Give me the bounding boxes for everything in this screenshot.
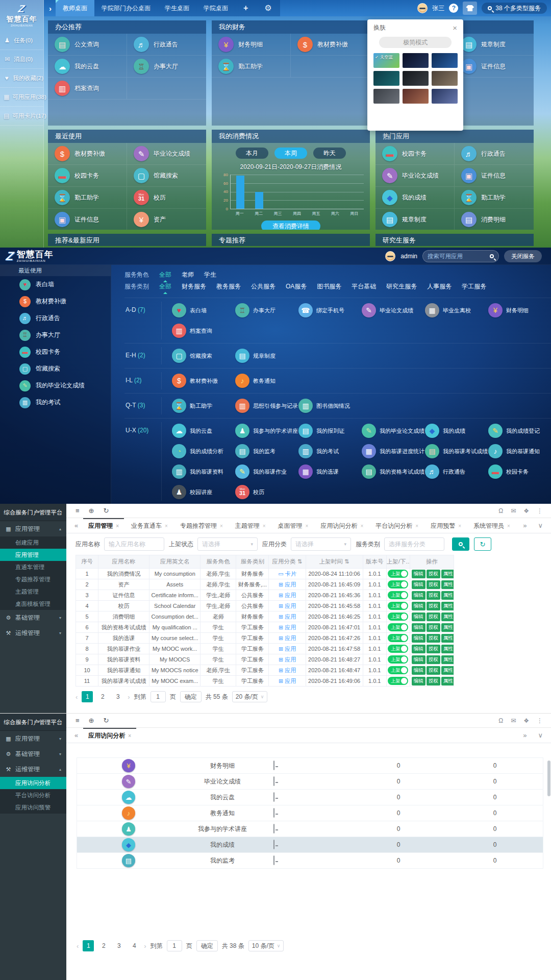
access-table-row[interactable]: ¥财务明细00 [77,758,543,774]
filter-option[interactable]: 教务服务 [216,282,241,291]
status-toggle-on[interactable]: 上架 [388,655,408,664]
page-number[interactable]: 3 [113,940,124,951]
app-tile[interactable]: ▤规章制度 [455,34,534,55]
action-授权-button[interactable]: 授权 [427,645,440,653]
app-tile[interactable]: ▥档案查询 [48,78,127,99]
filter-option[interactable]: 老师 [182,271,194,279]
desktop-tab[interactable]: 学生桌面 [158,0,196,16]
close-tab-icon[interactable]: × [360,523,363,529]
close-service-button[interactable]: 关闭服务 [504,250,542,262]
action-属性-button[interactable]: 属性 [441,623,454,632]
desktop-sidebar-item[interactable]: ♥我的收藏(2) [0,69,43,88]
service-search[interactable]: 38 个多类型服务 [482,3,547,14]
user-avatar[interactable] [417,3,428,13]
action-编辑-button[interactable]: 编辑 [412,666,425,675]
app-tile[interactable]: ⌛勤工助学 [212,56,291,77]
access-table-row[interactable]: ◆我的成绩00 [77,837,543,853]
app-tile[interactable]: ▬校园卡务 [375,143,455,164]
app-tile[interactable]: $教材费补缴 [48,143,127,164]
app-tile[interactable]: ♬行政通告 [455,143,534,164]
close-tab-icon[interactable]: × [165,523,168,529]
category-link[interactable]: ⊞ 应用 [279,581,296,587]
app-item[interactable]: ♟我参与的学术讲座 [235,422,298,439]
app-tile[interactable]: Mon31校历 [127,187,206,208]
close-tab-icon[interactable]: × [116,523,119,529]
scroll-caret-icon[interactable]: ∨ [535,731,546,739]
app-item[interactable]: ♬行政通告 [425,463,488,480]
menu-section[interactable]: ⚙基础管理▾ [0,610,66,625]
access-table-row[interactable]: ♟我参与的学术讲座00 [77,821,543,837]
admin-tab[interactable]: 应用访问分析× [83,728,136,743]
page-number[interactable]: 3 [112,691,123,702]
desktop-sidebar-item[interactable]: ▤可用卡片(17) [0,107,43,126]
action-授权-button[interactable]: 授权 [427,591,440,600]
category-link[interactable]: ⊞ 应用 [279,592,296,598]
action-授权-button[interactable]: 授权 [427,580,440,589]
filter-option[interactable]: 全部 [159,271,171,279]
close-tab-icon[interactable]: × [458,523,461,529]
prev-page-icon[interactable]: ‹ [76,693,78,701]
theme-thumbnail[interactable]: ✓ 天空蓝 [373,53,399,68]
menu-item[interactable]: 应用管理 [0,549,66,561]
app-item[interactable]: ◆我的成绩 [425,422,488,439]
action-编辑-button[interactable]: 编辑 [412,580,425,589]
confirm-button[interactable]: 确定 [196,940,218,951]
theme-thumbnail[interactable] [432,53,458,68]
search-button[interactable] [452,537,469,551]
menu-item[interactable]: 创建应用 [0,536,66,549]
filter-input[interactable] [384,537,444,551]
app-item[interactable]: ✎我的毕业论文成绩 [362,422,425,439]
range-button[interactable]: 本周 [274,148,307,159]
status-toggle-on[interactable]: 上架 [388,677,408,685]
close-icon[interactable]: × [453,24,457,32]
collapse-sidebar-icon[interactable]: › [44,4,56,13]
refresh-icon[interactable]: ↻ [104,717,109,724]
filter-text-input[interactable] [109,541,160,548]
access-table-row[interactable]: ☁我的云盘00 [77,790,543,805]
more-icon[interactable]: ⋮ [537,718,543,724]
app-item[interactable]: ▥我的慕课资料 [172,463,235,480]
app-item[interactable]: ▥我的考试 [298,443,362,460]
action-属性-button[interactable]: 属性 [441,591,454,600]
add-desktop-button[interactable]: + [235,0,256,16]
tag-icon[interactable]: ❖ [523,508,529,514]
next-page-icon[interactable]: › [144,942,146,950]
filter-option[interactable]: 图书服务 [317,282,341,291]
confirm-button[interactable]: 确定 [180,691,202,702]
menu-icon[interactable]: ≡ [76,507,80,514]
action-编辑-button[interactable]: 编辑 [412,591,425,600]
access-table-row[interactable]: ✎毕业论文成绩00 [77,774,543,790]
app-tile[interactable]: ▢馆藏搜索 [127,165,206,186]
status-toggle-on[interactable]: 上架 [388,634,408,642]
admin-tab[interactable]: 应用访问分析× [315,518,368,533]
app-item[interactable]: ✎毕业论文成绩 [362,302,425,319]
collapse-tabs-icon[interactable]: « [71,731,81,739]
category-link[interactable]: ⊞ 应用 [279,656,296,663]
status-toggle-on[interactable]: 上架 [388,570,408,578]
close-tab-icon[interactable]: × [306,523,309,529]
prev-page-icon[interactable]: ‹ [77,942,79,950]
action-编辑-button[interactable]: 编辑 [412,655,425,664]
recent-app-item[interactable]: ▥我的考试 [0,394,111,411]
app-search-input[interactable] [428,253,487,259]
desktop-tab[interactable]: 学院桌面 [196,0,235,16]
settings-gear-icon[interactable]: ⚙ [256,0,280,16]
action-授权-button[interactable]: 授权 [427,623,440,632]
menu-section[interactable]: ▦应用管理▴ [0,521,66,536]
category-link[interactable]: ▭ 卡片 [278,571,296,577]
app-item[interactable]: ▢馆藏搜索 [172,347,235,364]
globe-icon[interactable]: ⊕ [89,507,94,514]
help-icon[interactable]: ? [449,4,458,13]
status-toggle-on[interactable]: 上架 [388,580,408,589]
action-属性-button[interactable]: 属性 [441,602,454,610]
action-属性-button[interactable]: 属性 [441,666,454,675]
app-item[interactable]: ▬校园卡务 [488,463,551,480]
status-toggle-on[interactable]: 上架 [388,666,408,674]
status-toggle-on[interactable]: 上架 [388,602,408,610]
app-item[interactable]: ▤规章制度 [235,347,298,364]
app-tile[interactable]: ☁我的云盘 [48,56,127,77]
app-item[interactable]: ✎我的慕课作业 [235,463,298,480]
admin-tab[interactable]: 系统管理员× [468,518,515,533]
action-属性-button[interactable]: 属性 [441,634,454,643]
recent-app-item[interactable]: $教材费补缴 [0,293,111,310]
